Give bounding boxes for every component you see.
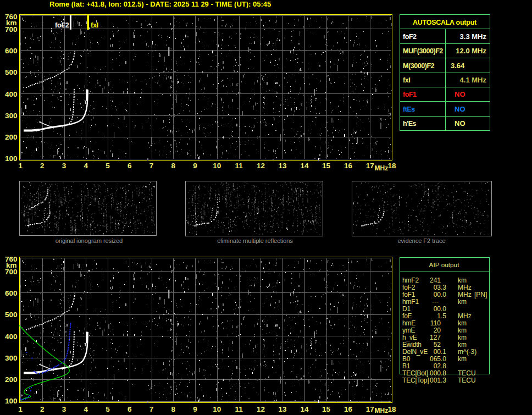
svg-text:6: 6 — [128, 162, 132, 170]
svg-text:m^(-3): m^(-3) — [458, 348, 476, 356]
svg-text:5: 5 — [106, 162, 110, 170]
svg-text:500: 500 — [5, 311, 18, 319]
svg-text:17: 17 — [366, 405, 374, 413]
svg-text:M(3000)F2: M(3000)F2 — [403, 62, 435, 70]
svg-text:16: 16 — [344, 405, 353, 413]
svg-text:2: 2 — [40, 162, 45, 170]
svg-text:52: 52 — [434, 341, 441, 348]
svg-text:km: km — [458, 327, 467, 334]
svg-text:600: 600 — [5, 289, 18, 297]
svg-text:3: 3 — [62, 405, 66, 413]
svg-text:eliminate multiple reflections: eliminate multiple reflections — [217, 237, 293, 244]
svg-text:3.3 MHz: 3.3 MHz — [460, 32, 487, 41]
svg-text:1: 1 — [18, 405, 23, 413]
svg-text:MUF(3000)F2: MUF(3000)F2 — [403, 47, 443, 55]
svg-text:8: 8 — [171, 162, 176, 170]
svg-text:15: 15 — [322, 405, 331, 413]
svg-text:---: --- — [432, 298, 439, 306]
svg-text:18: 18 — [387, 162, 396, 170]
svg-text:AUTOSCALA output: AUTOSCALA output — [413, 19, 476, 26]
svg-text:Rome (lat: +41.8, lon: 012.5): Rome (lat: +41.8, lon: 012.5) - DATE: 20… — [49, 0, 271, 8]
svg-text:10: 10 — [213, 162, 221, 170]
svg-text:3.64: 3.64 — [451, 62, 465, 70]
svg-text:20: 20 — [434, 327, 441, 334]
svg-text:001.3: 001.3 — [430, 377, 446, 384]
svg-text:14: 14 — [300, 405, 309, 413]
svg-text:4: 4 — [84, 405, 88, 413]
svg-text:03.3: 03.3 — [434, 284, 447, 291]
svg-text:ymE: ymE — [402, 327, 415, 334]
svg-text:00.0: 00.0 — [434, 305, 447, 313]
svg-text:200: 200 — [5, 133, 18, 141]
svg-text:110: 110 — [430, 319, 441, 327]
svg-text:400: 400 — [5, 90, 18, 98]
svg-text:300: 300 — [5, 112, 18, 120]
svg-text:TECU: TECU — [458, 377, 476, 384]
svg-text:original ionogram resized: original ionogram resized — [56, 237, 123, 244]
svg-text:200: 200 — [5, 375, 18, 384]
svg-text:foF1: foF1 — [402, 291, 415, 298]
svg-text:AIP output: AIP output — [429, 261, 460, 269]
svg-text:MHz: MHz — [375, 164, 389, 172]
svg-text:h_vE: h_vE — [402, 334, 417, 341]
svg-text:MHz: MHz — [458, 284, 472, 291]
svg-text:D1: D1 — [402, 305, 411, 313]
svg-text:1: 1 — [18, 162, 23, 170]
svg-text:12: 12 — [257, 162, 265, 170]
svg-text:TEC[Bot]: TEC[Bot] — [402, 369, 428, 377]
svg-text:100: 100 — [5, 154, 18, 163]
svg-text:13: 13 — [279, 405, 287, 413]
svg-text:4.1 MHz: 4.1 MHz — [460, 76, 487, 84]
svg-text:10: 10 — [213, 405, 221, 413]
svg-text:km: km — [458, 276, 467, 284]
svg-text:foF2: foF2 — [55, 21, 69, 29]
svg-text:MHz: MHz — [375, 407, 389, 414]
svg-text:hmF2: hmF2 — [402, 276, 419, 284]
svg-text:km: km — [6, 19, 17, 27]
svg-text:00.1: 00.1 — [434, 348, 447, 356]
svg-text:2: 2 — [40, 405, 45, 413]
svg-text:00.0: 00.0 — [434, 291, 447, 298]
svg-text:065.0: 065.0 — [430, 355, 446, 363]
svg-text:fxI: fxI — [403, 76, 410, 84]
svg-text:11: 11 — [235, 405, 243, 413]
svg-text:fxI: fxI — [91, 21, 98, 29]
svg-text:DelN_vE: DelN_vE — [402, 348, 428, 356]
svg-text:400: 400 — [5, 333, 18, 341]
svg-text:12.0 MHz: 12.0 MHz — [456, 47, 486, 55]
svg-text:MHz: MHz — [458, 291, 472, 298]
svg-text:17: 17 — [366, 162, 374, 170]
svg-text:9: 9 — [193, 162, 197, 170]
svg-text:evidence F2 trace: evidence F2 trace — [397, 237, 445, 244]
svg-text:500: 500 — [5, 68, 18, 76]
svg-text:km: km — [458, 298, 467, 306]
svg-text:14: 14 — [300, 162, 309, 170]
svg-text:foE: foE — [402, 312, 412, 320]
svg-text:km: km — [458, 341, 467, 348]
svg-text:600: 600 — [5, 47, 18, 55]
svg-text:km: km — [458, 319, 467, 327]
svg-text:NO: NO — [455, 90, 465, 98]
svg-text:15: 15 — [322, 162, 331, 170]
svg-text:B1: B1 — [402, 362, 411, 370]
svg-text:9: 9 — [193, 405, 197, 413]
svg-text:6: 6 — [128, 405, 132, 413]
svg-text:7: 7 — [149, 162, 154, 170]
svg-text:7: 7 — [149, 405, 154, 413]
svg-text:MHz: MHz — [458, 312, 472, 320]
svg-text:ftEs: ftEs — [403, 106, 415, 113]
svg-text:foF2: foF2 — [402, 284, 415, 291]
svg-text:h'Es: h'Es — [403, 120, 417, 128]
svg-text:000.8: 000.8 — [430, 369, 446, 377]
svg-text:4: 4 — [84, 162, 88, 170]
svg-text:TEC[Top]: TEC[Top] — [402, 377, 429, 384]
svg-text:12: 12 — [257, 405, 265, 413]
svg-text:1.5: 1.5 — [437, 312, 446, 320]
svg-text:3: 3 — [62, 162, 66, 170]
svg-text:11: 11 — [235, 162, 243, 170]
svg-text:TECU: TECU — [458, 369, 476, 377]
svg-text:13: 13 — [279, 162, 287, 170]
svg-text:241: 241 — [430, 276, 441, 284]
svg-text:km: km — [6, 261, 17, 269]
svg-text:02.8: 02.8 — [434, 362, 447, 370]
